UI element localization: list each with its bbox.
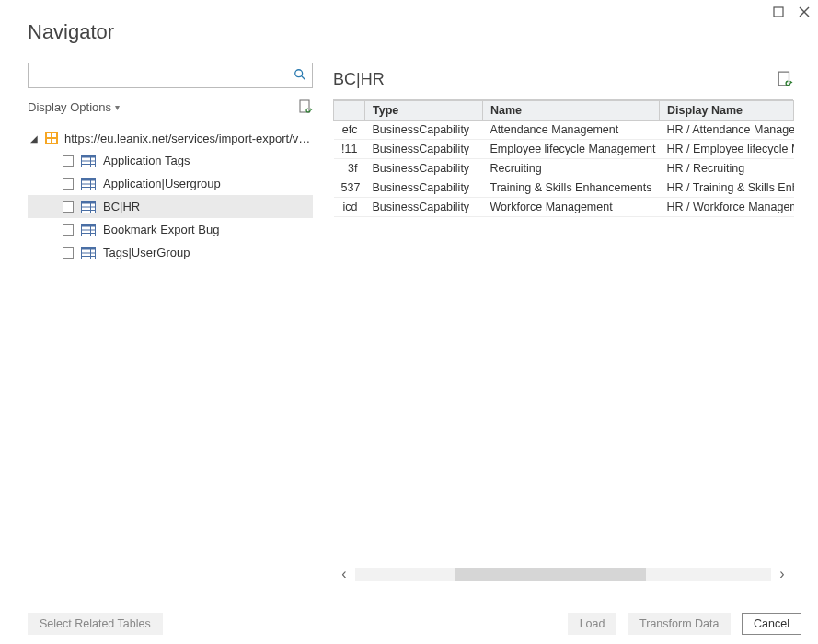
footer: Select Related Tables Load Transform Dat… [0, 604, 818, 644]
tree-root-label: https://eu.leanix.net/services/import-ex… [64, 132, 311, 145]
svg-rect-8 [52, 133, 56, 137]
transform-data-button[interactable]: Transform Data [628, 613, 731, 635]
table-row[interactable]: 537BusinessCapabilityTraining & Skills E… [334, 178, 794, 198]
svg-rect-7 [47, 133, 51, 137]
svg-line-4 [302, 75, 305, 79]
table-cell: 537 [334, 178, 365, 198]
scroll-thumb[interactable] [455, 568, 646, 581]
table-cell: Training & Skills Enhancements [483, 178, 660, 198]
preview-panel: BC|HR TypeNameDisplay NameefcBusinessCap… [333, 66, 793, 217]
table-cell: BusinessCapability [365, 198, 483, 217]
column-header[interactable]: Name [483, 101, 660, 121]
table-cell: 3f [334, 159, 365, 178]
table-cell: HR / Recruiting [660, 159, 794, 178]
table-cell: HR / Employee lifecycle Mar [660, 140, 794, 159]
left-panel: Display Options ▾ ◢ https://eu.leanix.ne… [28, 63, 313, 264]
tree-item[interactable]: Application Tags [28, 149, 313, 172]
checkbox[interactable] [63, 201, 74, 213]
table-icon [81, 178, 96, 190]
refresh-tree-icon[interactable] [298, 99, 313, 114]
tree-item-label: Application|Usergroup [103, 177, 221, 190]
tree-item[interactable]: BC|HR [28, 195, 313, 218]
window-maximize-icon[interactable] [770, 4, 787, 20]
svg-rect-5 [300, 100, 309, 112]
svg-rect-0 [774, 7, 783, 17]
table-cell: Attendance Management [483, 121, 660, 140]
tree-item[interactable]: Bookmark Export Bug [28, 218, 313, 241]
table-cell: Workforce Management [483, 198, 660, 217]
svg-rect-41 [778, 72, 789, 86]
refresh-preview-icon[interactable] [777, 71, 793, 87]
horizontal-scrollbar[interactable]: ‹ › [333, 565, 793, 583]
svg-point-3 [295, 69, 303, 76]
table-cell: HR / Attendance Management [660, 121, 794, 140]
table-cell: Recruiting [483, 159, 660, 178]
table-cell: efc [334, 121, 365, 140]
svg-rect-24 [82, 201, 96, 203]
tree-root[interactable]: ◢ https://eu.leanix.net/services/import-… [28, 127, 313, 149]
search-input-container[interactable] [28, 63, 313, 88]
cancel-button[interactable]: Cancel [742, 613, 801, 635]
display-options-label: Display Options [28, 100, 111, 114]
column-header[interactable]: Display Name [660, 101, 794, 121]
tree-item[interactable]: Application|Usergroup [28, 172, 313, 195]
tree-item-label: BC|HR [103, 200, 140, 213]
search-icon[interactable] [294, 68, 306, 84]
preview-title: BC|HR [333, 70, 385, 89]
table-row[interactable]: 3fBusinessCapabilityRecruitingHR / Recru… [334, 159, 794, 178]
table-cell: HR / Training & Skills Enhan [660, 178, 794, 198]
scroll-left-icon[interactable]: ‹ [333, 566, 355, 582]
table-row[interactable]: !11BusinessCapabilityEmployee lifecycle … [334, 140, 794, 159]
scroll-track[interactable] [355, 568, 771, 581]
page-title: Navigator [28, 20, 114, 44]
window-close-icon[interactable] [796, 4, 812, 20]
svg-rect-18 [82, 178, 96, 180]
svg-rect-10 [52, 139, 56, 143]
table-cell: BusinessCapability [365, 121, 483, 140]
chevron-down-icon: ▾ [115, 102, 120, 112]
table-cell: BusinessCapability [365, 159, 483, 178]
svg-rect-12 [82, 155, 96, 157]
table-icon [81, 155, 96, 167]
table-row[interactable]: icdBusinessCapabilityWorkforce Managemen… [334, 198, 794, 217]
table-icon [81, 201, 96, 213]
table-icon [81, 224, 96, 236]
checkbox[interactable] [63, 247, 74, 259]
table-cell: icd [334, 198, 365, 217]
select-related-tables-button[interactable]: Select Related Tables [28, 613, 163, 635]
datasource-icon [44, 131, 59, 145]
table-icon [81, 247, 96, 259]
source-tree: ◢ https://eu.leanix.net/services/import-… [28, 127, 313, 264]
tree-collapse-icon[interactable]: ◢ [29, 133, 39, 144]
column-header[interactable] [334, 101, 365, 121]
tree-item-label: Application Tags [103, 154, 190, 167]
checkbox[interactable] [63, 155, 74, 167]
tree-item[interactable]: Tags|UserGroup [28, 241, 313, 264]
svg-rect-30 [82, 224, 96, 226]
svg-rect-36 [82, 247, 96, 249]
table-cell: BusinessCapability [365, 140, 483, 159]
tree-item-label: Tags|UserGroup [103, 246, 190, 259]
table-cell: !11 [334, 140, 365, 159]
table-cell: Employee lifecycle Management [483, 140, 660, 159]
preview-grid: TypeNameDisplay NameefcBusinessCapabilit… [333, 99, 793, 217]
checkbox[interactable] [63, 178, 74, 190]
tree-item-label: Bookmark Export Bug [103, 223, 219, 236]
load-button[interactable]: Load [568, 613, 617, 635]
checkbox[interactable] [63, 224, 74, 236]
column-header[interactable]: Type [365, 101, 483, 121]
svg-rect-9 [47, 139, 51, 143]
scroll-right-icon[interactable]: › [771, 566, 793, 582]
display-options-dropdown[interactable]: Display Options ▾ [28, 100, 120, 114]
search-input[interactable] [32, 68, 294, 84]
table-cell: HR / Workforce Management [660, 198, 794, 217]
table-row[interactable]: efcBusinessCapabilityAttendance Manageme… [334, 121, 794, 140]
table-cell: BusinessCapability [365, 178, 483, 198]
